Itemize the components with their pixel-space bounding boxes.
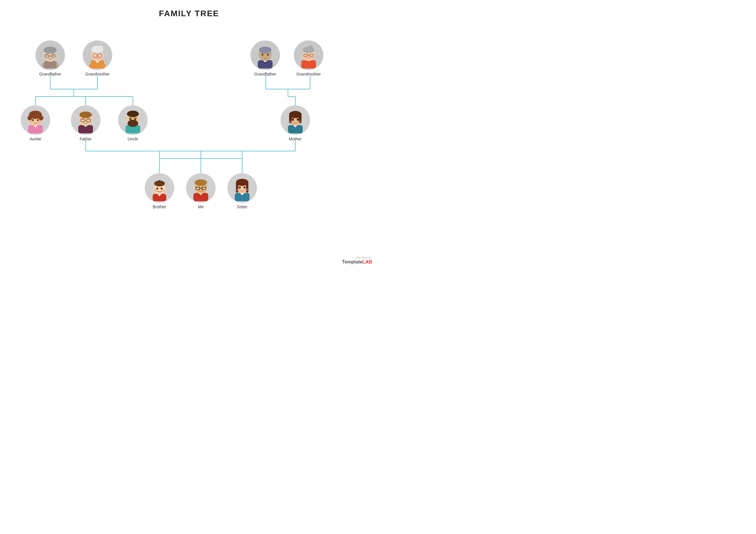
svg-point-90 bbox=[130, 118, 131, 120]
mother: Mother bbox=[278, 105, 313, 141]
svg-point-116 bbox=[195, 179, 207, 186]
svg-rect-25 bbox=[44, 61, 56, 68]
grandfather-right: Grandfather bbox=[248, 40, 283, 76]
svg-point-44 bbox=[99, 56, 102, 59]
svg-point-136 bbox=[236, 188, 239, 191]
svg-point-72 bbox=[37, 119, 39, 121]
svg-point-62 bbox=[311, 56, 314, 59]
svg-point-109 bbox=[156, 188, 158, 190]
svg-point-39 bbox=[98, 45, 103, 50]
svg-point-70 bbox=[38, 114, 42, 118]
svg-line-33 bbox=[52, 54, 55, 54]
svg-point-89 bbox=[129, 120, 136, 123]
svg-point-51 bbox=[262, 54, 263, 56]
brand-logo: CREATED BY TemplateLAB bbox=[342, 256, 372, 265]
svg-point-78 bbox=[79, 112, 92, 118]
grandmother-left: Grandmother bbox=[80, 40, 115, 76]
svg-point-103 bbox=[298, 120, 301, 123]
svg-point-121 bbox=[203, 189, 206, 191]
svg-point-128 bbox=[239, 187, 241, 189]
brother: Brother bbox=[142, 173, 177, 209]
father: Father bbox=[68, 105, 103, 141]
svg-point-91 bbox=[134, 118, 136, 120]
uncle: Uncle bbox=[115, 105, 150, 141]
svg-point-102 bbox=[290, 120, 293, 123]
svg-point-129 bbox=[244, 187, 245, 189]
svg-point-137 bbox=[245, 188, 248, 191]
svg-point-56 bbox=[303, 47, 314, 53]
svg-point-73 bbox=[30, 120, 33, 123]
svg-point-69 bbox=[29, 114, 33, 118]
svg-point-112 bbox=[162, 189, 165, 192]
svg-point-43 bbox=[93, 56, 95, 59]
svg-point-110 bbox=[161, 188, 162, 190]
svg-line-49 bbox=[261, 53, 264, 54]
svg-point-28 bbox=[44, 47, 57, 54]
svg-point-98 bbox=[292, 119, 294, 121]
auntie: Auntie bbox=[18, 105, 53, 141]
svg-rect-53 bbox=[301, 60, 316, 68]
svg-point-48 bbox=[259, 47, 271, 53]
svg-rect-108 bbox=[159, 180, 160, 185]
svg-point-71 bbox=[32, 119, 34, 121]
grandmother-right: Grandmother bbox=[291, 40, 326, 76]
svg-point-74 bbox=[38, 120, 41, 123]
svg-point-99 bbox=[297, 119, 299, 121]
me: Me bbox=[183, 173, 219, 209]
svg-line-32 bbox=[46, 54, 48, 54]
page-title: FAMILY TREE bbox=[0, 0, 378, 18]
svg-point-111 bbox=[154, 189, 157, 192]
svg-point-61 bbox=[303, 56, 306, 59]
svg-point-57 bbox=[309, 45, 313, 50]
svg-line-50 bbox=[267, 53, 269, 54]
grandfather-left: Grandfather bbox=[33, 40, 68, 76]
sister: Sister bbox=[225, 173, 260, 209]
svg-point-87 bbox=[127, 111, 139, 117]
svg-point-52 bbox=[267, 54, 269, 56]
svg-point-120 bbox=[195, 189, 198, 191]
